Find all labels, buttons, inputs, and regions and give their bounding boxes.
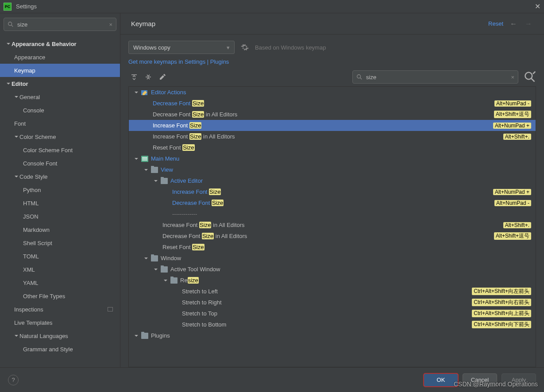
keymap-row[interactable]: Increase Font SizeAlt+NumPad + [129, 120, 536, 131]
sidebar-item-label: Editor [12, 81, 28, 87]
forward-button[interactable]: → [524, 19, 533, 29]
back-button[interactable]: ← [509, 19, 518, 29]
sidebar-item[interactable]: YAML [0, 276, 120, 289]
keymap-row[interactable]: Active Tool Window [129, 264, 536, 275]
sidebar-item-label: Appearance [14, 54, 45, 61]
clear-icon[interactable]: × [511, 74, 514, 81]
sidebar-item[interactable]: HTML [0, 196, 120, 210]
sidebar-item[interactable]: JSON [0, 210, 120, 223]
sidebar-item[interactable]: Keymap [0, 64, 120, 77]
keymap-row[interactable]: Stretch to TopCtrl+Alt+Shift+向上箭头 [129, 308, 536, 319]
watermark: CSDN @Raymond Operations [454, 380, 538, 388]
action-search[interactable]: × [352, 70, 518, 84]
shortcut-badge: Alt+Shift+. [503, 222, 531, 228]
keymap-row[interactable]: Stretch to RightCtrl+Alt+Shift+向右箭头 [129, 297, 536, 308]
shortcut-badge: Alt+Shift+逗号 [494, 232, 531, 240]
action-search-input[interactable] [366, 74, 511, 81]
keymap-row[interactable]: Decrease Font Size in All EditorsAlt+Shi… [129, 231, 536, 242]
chevron-down-icon [143, 168, 149, 172]
help-button[interactable]: ? [8, 375, 19, 385]
sidebar-item-label: Inspections [14, 306, 43, 313]
keymap-row[interactable]: Reset Font Size [129, 242, 536, 253]
chevron-down-icon [143, 256, 149, 261]
edit-button[interactable] [157, 71, 168, 83]
keymap-row[interactable]: ------------- [129, 208, 536, 219]
sidebar-item[interactable]: Shell Script [0, 236, 120, 250]
action-label: Editor Actions [151, 89, 186, 96]
keymap-row[interactable]: Decrease Font SizeAlt+NumPad - [129, 98, 536, 109]
action-label: View [161, 166, 173, 173]
clear-icon[interactable]: × [109, 21, 112, 28]
keymap-row[interactable]: Window [129, 253, 536, 264]
sidebar-item[interactable]: Live Templates [0, 316, 120, 329]
chevron-down-icon [162, 278, 169, 283]
sidebar-item[interactable]: TOML [0, 250, 120, 263]
keymap-scheme-combo[interactable]: Windows copy ▾ [128, 41, 235, 54]
expand-all-button[interactable] [128, 71, 140, 83]
svg-point-0 [8, 22, 12, 26]
sidebar-item[interactable]: Appearance [0, 50, 120, 64]
keymap-tree[interactable]: Editor ActionsDecrease Font SizeAlt+NumP… [128, 86, 536, 367]
shortcut-badge: Ctrl+Alt+Shift+向上箭头 [472, 310, 531, 317]
svg-line-7 [532, 79, 535, 82]
reset-link[interactable]: Reset [488, 20, 503, 27]
sidebar-item[interactable]: Markdown [0, 223, 120, 236]
sidebar-item[interactable]: Other File Types [0, 289, 120, 303]
action-label: Stretch to Left [182, 288, 218, 295]
action-label: Stretch to Right [182, 299, 222, 306]
keymap-row[interactable]: Decrease Font SizeAlt+NumPad - [129, 197, 536, 208]
close-icon[interactable]: ✕ [535, 2, 540, 11]
settings-tree[interactable]: Appearance & BehaviorAppearanceKeymapEdi… [0, 35, 120, 367]
sidebar-item[interactable]: Inspections [0, 303, 120, 316]
keymap-row[interactable]: Increase Font Size in All EditorsAlt+Shi… [129, 131, 536, 142]
keymap-row[interactable]: Active Editor [129, 175, 536, 186]
sidebar-item[interactable]: Code Style [0, 170, 120, 183]
keymap-row[interactable]: Decrease Font Size in All EditorsAlt+Shi… [129, 109, 536, 120]
keymap-row[interactable]: Plugins [129, 330, 536, 341]
shortcut-badge: Alt+NumPad + [493, 189, 531, 195]
sidebar-item[interactable]: Grammar and Style [0, 342, 120, 356]
keymap-row[interactable]: Main Menu [129, 153, 536, 164]
keymap-row[interactable]: Reset Font Size [129, 142, 536, 153]
svg-rect-12 [142, 158, 147, 159]
sidebar-search-input[interactable] [17, 21, 109, 28]
keymap-row[interactable]: Resize [129, 275, 536, 286]
sidebar-item[interactable]: Color Scheme [0, 130, 120, 143]
sidebar-item[interactable]: Font [0, 117, 120, 130]
chevron-down-icon [153, 267, 159, 272]
action-label: Window [161, 255, 181, 261]
sidebar-item[interactable]: Python [0, 183, 120, 196]
sidebar-item[interactable]: Console [0, 104, 120, 117]
sidebar-item-label: Appearance & Behavior [12, 41, 77, 47]
sidebar-item[interactable]: Console Font [0, 157, 120, 170]
sidebar-item[interactable]: Color Scheme Font [0, 143, 120, 157]
gear-icon[interactable] [241, 43, 249, 51]
sidebar-item[interactable]: Appearance & Behavior [0, 37, 120, 50]
shortcut-badge: Alt+NumPad - [494, 100, 531, 107]
keymap-row[interactable]: Increase Font SizeAlt+NumPad + [129, 186, 536, 197]
sidebar-item[interactable]: General [0, 90, 120, 104]
sidebar-item-label: JSON [23, 213, 39, 220]
action-label: Stretch to Top [182, 310, 217, 317]
find-shortcut-button[interactable] [524, 71, 536, 83]
sidebar-item[interactable]: XML [0, 263, 120, 276]
keymap-row[interactable]: Increase Font Size in All EditorsAlt+Shi… [129, 219, 536, 231]
sidebar-item[interactable]: Editor [0, 77, 120, 90]
sidebar-item-label: General [19, 94, 40, 100]
menu-icon [141, 156, 148, 162]
keymap-row[interactable]: View [129, 164, 536, 175]
chevron-down-icon [133, 157, 139, 161]
sidebar-item-label: Console [23, 107, 44, 114]
sidebar-item-label: Python [23, 187, 41, 193]
chevron-down-icon [133, 334, 139, 338]
keymap-row[interactable]: Stretch to BottomCtrl+Alt+Shift+向下箭头 [129, 319, 536, 330]
collapse-all-button[interactable] [143, 71, 154, 83]
sidebar-item-label: Keymap [14, 67, 35, 74]
ok-button[interactable]: OK [424, 373, 458, 387]
sidebar-item-label: Color Scheme [19, 134, 56, 140]
sidebar-item[interactable]: Natural Languages [0, 329, 120, 342]
keymap-row[interactable]: Editor Actions [129, 87, 536, 98]
sidebar-search[interactable]: × [4, 18, 116, 31]
more-keymaps-link[interactable]: Get more keymaps in Settings | Plugins [128, 58, 536, 65]
keymap-row[interactable]: Stretch to LeftCtrl+Alt+Shift+向左箭头 [129, 286, 536, 297]
